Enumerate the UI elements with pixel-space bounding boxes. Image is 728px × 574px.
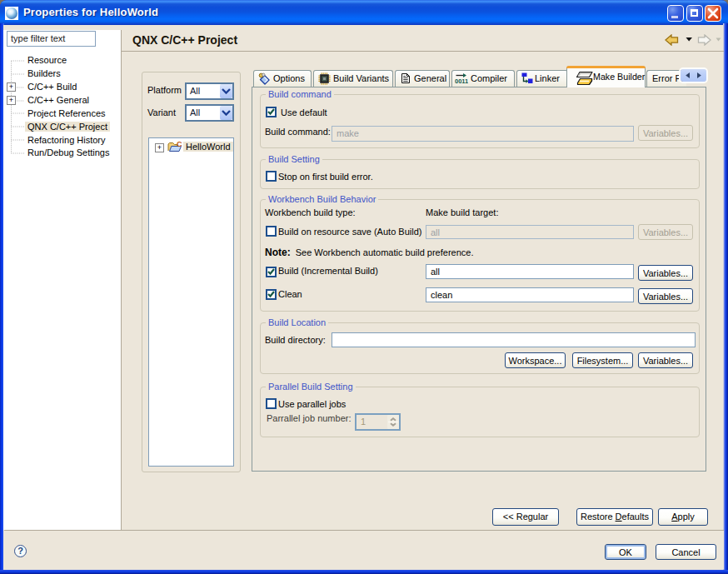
svg-text:0011: 0011	[455, 77, 468, 85]
svg-text:C: C	[177, 141, 182, 148]
